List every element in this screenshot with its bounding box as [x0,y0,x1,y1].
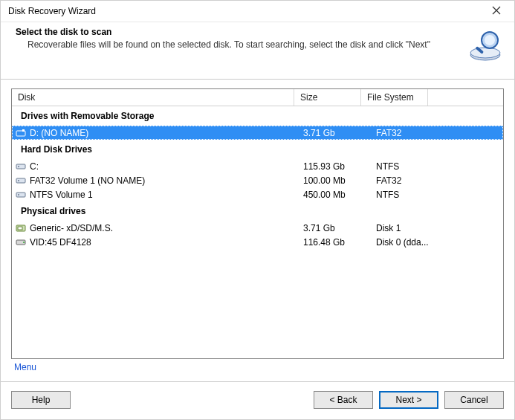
disk-row[interactable]: VID:45 DF4128116.48 GbDisk 0 (dda... [12,235,503,249]
svg-point-10 [18,180,19,181]
disk-row-fs: FAT32 [370,128,443,138]
disk-row-name: FAT32 Volume 1 (NO NAME) [30,175,145,186]
group-header: Hard Disk Drives [12,140,503,159]
close-button[interactable] [483,3,510,19]
wizard-header-icon [465,27,505,71]
svg-rect-14 [18,227,22,230]
back-button[interactable]: < Back [314,391,373,409]
disk-list[interactable]: Disk Size File System Drives with Remova… [11,88,504,359]
column-header-disk[interactable]: Disk [12,89,294,106]
disk-row-size: 450.00 Mb [297,190,370,200]
disk-row-name-cell: C: [12,161,297,172]
disk-row[interactable]: Generic- xD/SD/M.S.3.71 GbDisk 1 [12,221,503,235]
wizard-header: Select the disk to scan Recoverable file… [1,22,514,80]
disk-row-name-cell: NTFS Volume 1 [12,190,297,200]
disk-row-name: VID:45 DF4128 [30,237,91,248]
disk-row-size: 116.48 Gb [297,237,370,248]
hard-drive-icon [15,175,27,186]
cancel-button[interactable]: Cancel [444,391,504,409]
card-reader-icon [15,223,27,233]
disk-row-fs: NTFS [370,190,443,200]
hard-drive-icon [15,190,27,200]
wizard-body: Disk Size File System Drives with Remova… [1,80,514,381]
svg-rect-5 [16,131,25,136]
column-header-fs[interactable]: File System [361,89,428,106]
disk-row-name-cell: FAT32 Volume 1 (NO NAME) [12,175,297,186]
disk-list-header: Disk Size File System [12,89,503,106]
disk-row-name-cell: VID:45 DF4128 [12,237,297,248]
wizard-header-text: Select the disk to scan Recoverable file… [16,27,465,71]
disk-row-name-cell: Generic- xD/SD/M.S. [12,223,297,233]
disk-row[interactable]: D: (NO NAME)3.71 GbFAT32 [12,126,503,140]
physical-disk-icon [15,237,27,248]
disk-recovery-wizard-window: Disk Recovery Wizard Select the disk to … [0,0,515,420]
group-header: Drives with Removable Storage [12,106,503,126]
removable-drive-icon [15,128,27,138]
column-header-pad [428,89,503,106]
column-header-size[interactable]: Size [294,89,361,106]
wizard-header-title: Select the disk to scan [16,27,459,37]
disk-row-size: 3.71 Gb [297,223,370,233]
disk-row-size: 100.00 Mb [297,175,370,186]
disk-row-fs: FAT32 [370,175,443,186]
wizard-footer: Help < Back Next > Cancel [1,382,514,419]
disk-row-fs: NTFS [370,161,443,172]
disk-row-name: D: (NO NAME) [30,128,88,138]
close-icon [492,5,501,17]
disk-row-name: Generic- xD/SD/M.S. [30,223,113,233]
disk-row-name-cell: D: (NO NAME) [12,128,297,138]
title-bar: Disk Recovery Wizard [1,1,514,22]
svg-point-8 [18,166,19,167]
disk-row[interactable]: C:115.93 GbNTFS [12,159,503,173]
disk-list-body: Drives with Removable StorageD: (NO NAME… [12,106,503,358]
window-title: Disk Recovery Wizard [8,6,483,16]
group-header: Physical drives [12,201,503,221]
svg-rect-9 [16,178,25,183]
disk-row-size: 3.71 Gb [297,128,370,138]
svg-rect-6 [22,129,25,132]
disk-row-fs: Disk 1 [370,223,443,233]
disk-row-name: C: [30,161,39,172]
svg-point-1 [470,48,500,58]
disk-row-name: NTFS Volume 1 [30,190,93,200]
menu-link[interactable]: Menu [11,359,504,378]
next-button[interactable]: Next > [379,391,438,409]
disk-row[interactable]: FAT32 Volume 1 (NO NAME)100.00 MbFAT32 [12,173,503,187]
hard-drive-icon [15,161,27,172]
svg-point-3 [485,35,495,45]
magnifier-disk-icon [467,28,503,66]
disk-row-fs: Disk 0 (dda... [370,237,443,248]
disk-row[interactable]: NTFS Volume 1450.00 MbNTFS [12,187,503,201]
help-button[interactable]: Help [11,391,71,409]
svg-rect-7 [16,164,25,169]
svg-point-12 [18,194,19,196]
disk-row-size: 115.93 Gb [297,161,370,172]
svg-point-16 [23,242,25,243]
wizard-header-description: Recoverable files will be found on the s… [16,39,459,51]
svg-rect-11 [16,193,25,197]
